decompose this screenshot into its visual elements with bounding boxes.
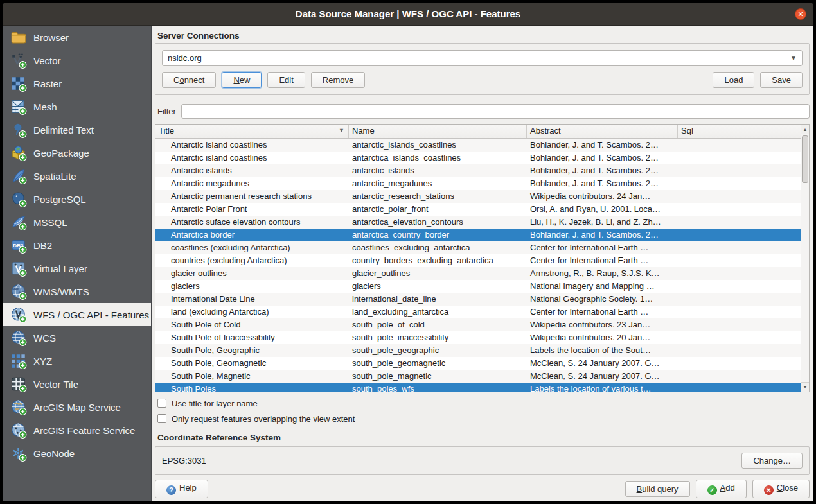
cell-sql[interactable] (678, 139, 801, 152)
column-header-name[interactable]: Name (349, 125, 527, 138)
cell-name[interactable]: south_pole_inaccessibility (349, 331, 527, 344)
sidebar-item-mesh[interactable]: Mesh (3, 95, 151, 118)
sidebar-item-delimited-text[interactable]: Delimited Text (3, 118, 151, 141)
cell-name[interactable]: antarctica_elevation_contours (349, 216, 527, 229)
cell-title[interactable]: Antarctic island coastlines (155, 139, 349, 152)
cell-title[interactable]: International Date Line (155, 293, 349, 306)
cell-abstract[interactable]: Armstrong, R., B. Raup, S.J.S. K… (527, 267, 678, 280)
save-button[interactable]: Save (760, 72, 803, 88)
cell-sql[interactable] (678, 306, 801, 318)
sidebar-item-raster[interactable]: Raster (3, 72, 151, 95)
table-row[interactable]: South Polessouth_poles_wfsLabels the loc… (155, 383, 801, 392)
build-query-button[interactable]: Build query (625, 481, 690, 497)
sidebar-item-wcs[interactable]: WCS (3, 326, 151, 349)
cell-sql[interactable] (678, 203, 801, 216)
cell-sql[interactable] (678, 229, 801, 241)
cell-abstract[interactable]: Bohlander, J. and T. Scambos. 2… (527, 139, 678, 152)
sidebar-item-xyz[interactable]: XYZ (3, 349, 151, 372)
scrollbar-thumb[interactable] (802, 135, 808, 183)
help-button[interactable]: ?Help (155, 480, 208, 498)
cell-name[interactable]: south_pole_magnetic (349, 370, 527, 383)
cell-abstract[interactable]: National Geographic Society. 1… (527, 293, 678, 306)
cell-abstract[interactable]: Orsi, A. and Ryan, U. 2001. Loca… (527, 203, 678, 216)
cell-abstract[interactable]: Bohlander, J. and T. Scambos. 2… (527, 229, 678, 241)
titlebar[interactable]: Data Source Manager | WFS / OGC API - Fe… (3, 3, 813, 26)
cell-abstract[interactable]: Bohlander, J. and T. Scambos. 2… (527, 164, 678, 177)
cell-title[interactable]: Antarctic island coastlines (155, 152, 349, 164)
cell-name[interactable]: antarctica_islands_coastlines (349, 152, 527, 164)
cell-sql[interactable] (678, 267, 801, 280)
cell-sql[interactable] (678, 370, 801, 383)
cell-abstract[interactable]: Liu, H., K. Jezek, B. Li, and Z. Zh… (527, 216, 678, 229)
cell-title[interactable]: South Pole of Inaccessibility (155, 331, 349, 344)
cell-title[interactable]: coastlines (excluding Antarctica) (155, 241, 349, 254)
cell-sql[interactable] (678, 177, 801, 190)
close-button[interactable]: ✕Close (752, 480, 810, 498)
cell-abstract[interactable]: McClean, S. 24 January 2007. G… (527, 357, 678, 370)
cell-sql[interactable] (678, 357, 801, 370)
cell-abstract[interactable]: Center for International Earth … (527, 306, 678, 318)
cell-title[interactable]: South Pole, Geographic (155, 344, 349, 357)
table-row[interactable]: land (excluding Antarctica)land_excludin… (155, 306, 801, 318)
cell-name[interactable]: international_date_line (349, 293, 527, 306)
cell-abstract[interactable]: Wikipedia contributors. 20 Jan… (527, 331, 678, 344)
cell-abstract[interactable]: Bohlander, J. and T. Scambos. 2… (527, 177, 678, 190)
cell-title[interactable]: glaciers (155, 280, 349, 293)
cell-title[interactable]: South Pole of Cold (155, 318, 349, 331)
table-row[interactable]: South Pole, Geographicsouth_pole_geograp… (155, 344, 801, 357)
column-header-sql[interactable]: Sql (678, 125, 801, 138)
table-scrollbar[interactable]: ▲ ▼ (801, 125, 809, 392)
sidebar-item-arcgis-map-service[interactable]: ArcGIS Map Service (3, 395, 151, 419)
cell-name[interactable]: antarctic_research_stations (349, 190, 527, 203)
connect-button[interactable]: Connect (162, 72, 216, 88)
cell-sql[interactable] (678, 254, 801, 267)
table-row[interactable]: Antarctica borderantarctica_country_bord… (155, 229, 801, 241)
table-row[interactable]: coastlines (excluding Antarctica)coastli… (155, 241, 801, 254)
cell-name[interactable]: antarctic_islands_coastlines (349, 139, 527, 152)
cell-abstract[interactable]: Labels the location of various t… (527, 383, 678, 392)
cell-title[interactable]: land (excluding Antarctica) (155, 306, 349, 318)
cell-sql[interactable] (678, 152, 801, 164)
sidebar-item-vector-tile[interactable]: Vector Tile (3, 372, 151, 395)
cell-title[interactable]: Antarctic suface elevation contours (155, 216, 349, 229)
add-button[interactable]: ✓Add (696, 480, 747, 498)
cell-abstract[interactable]: Center for International Earth … (527, 254, 678, 267)
cell-name[interactable]: antarctic_polar_front (349, 203, 527, 216)
filter-input[interactable] (181, 104, 810, 119)
cell-name[interactable]: glaciers (349, 280, 527, 293)
cell-name[interactable]: south_pole_geographic (349, 344, 527, 357)
connection-select[interactable]: nsidc.org ▼ (162, 50, 803, 66)
cell-sql[interactable] (678, 318, 801, 331)
table-row[interactable]: International Date Lineinternational_dat… (155, 293, 801, 306)
cell-title[interactable]: South Pole, Magnetic (155, 370, 349, 383)
table-row[interactable]: Antarctic suface elevation contoursantar… (155, 216, 801, 229)
table-row[interactable]: glacier outlinesglacier_outlinesArmstron… (155, 267, 801, 280)
table-row[interactable]: South Pole of Inaccessibilitysouth_pole_… (155, 331, 801, 344)
use-title-checkbox[interactable] (157, 399, 166, 408)
cell-abstract[interactable]: McClean, S. 24 January 2007. G… (527, 370, 678, 383)
cell-name[interactable]: coastlines_excluding_antarctica (349, 241, 527, 254)
cell-abstract[interactable]: Center for International Earth … (527, 241, 678, 254)
table-row[interactable]: Antarctic island coastlinesantarctica_is… (155, 152, 801, 164)
cell-title[interactable]: countries (excluding Antarctica) (155, 254, 349, 267)
table-row[interactable]: South Pole, Magneticsouth_pole_magneticM… (155, 370, 801, 383)
window-close-icon[interactable]: ✕ (795, 8, 806, 20)
scroll-up-icon[interactable]: ▲ (801, 125, 809, 134)
cell-name[interactable]: antarctic_islands (349, 164, 527, 177)
cell-sql[interactable] (678, 216, 801, 229)
table-row[interactable]: glaciersglaciersNational Imagery and Map… (155, 280, 801, 293)
sidebar-item-browser[interactable]: Browser (3, 26, 151, 49)
cell-abstract[interactable]: Labels the location of the Sout… (527, 344, 678, 357)
cell-name[interactable]: antarctica_country_border (349, 229, 527, 241)
cell-abstract[interactable]: Bohlander, J. and T. Scambos. 2… (527, 152, 678, 164)
cell-title[interactable]: Antarctica border (155, 229, 349, 241)
table-row[interactable]: South Pole of Coldsouth_pole_of_coldWiki… (155, 318, 801, 331)
cell-title[interactable]: glacier outlines (155, 267, 349, 280)
cell-sql[interactable] (678, 344, 801, 357)
cell-sql[interactable] (678, 190, 801, 203)
column-header-abstract[interactable]: Abstract (527, 125, 678, 138)
sidebar-item-wms-wmts[interactable]: WMS/WMTS (3, 280, 151, 303)
sidebar-item-wfs-ogc-api-features[interactable]: WFS / OGC API - Features (3, 303, 151, 326)
cell-abstract[interactable]: Wikipedia contributors. 23 Jan… (527, 318, 678, 331)
cell-abstract[interactable]: Wikipedia contributors. 24 Jan… (527, 190, 678, 203)
